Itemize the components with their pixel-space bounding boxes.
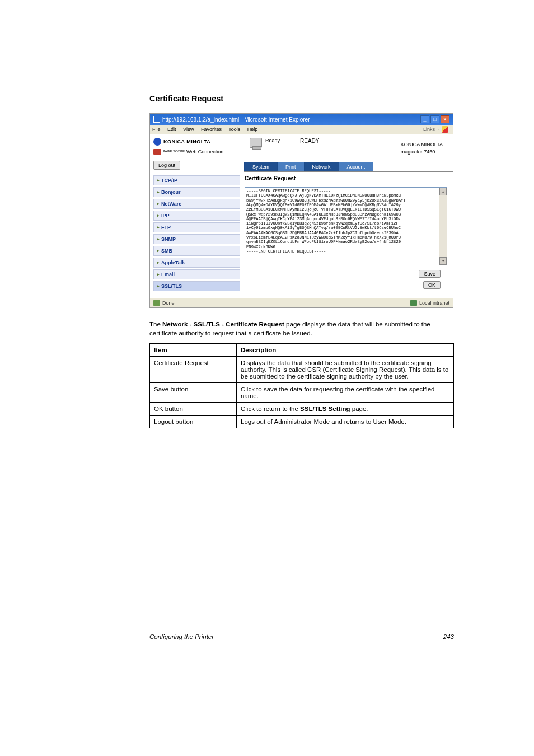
scroll-up-icon[interactable]: ▴	[439, 188, 447, 195]
chevron-right-icon: ▸	[157, 272, 160, 277]
chevron-right-icon: ▸	[157, 237, 160, 241]
certificate-request-textarea[interactable]: -----BEGIN CERTIFICATE REQUEST----- MIIC…	[245, 187, 447, 265]
chevron-right-icon: ▸	[157, 190, 160, 194]
scroll-down-icon[interactable]: ▾	[439, 257, 447, 265]
menu-view[interactable]: View	[183, 127, 194, 132]
sidebar-item-bonjour[interactable]: ▸Bonjour	[153, 187, 240, 197]
chevron-right-icon: ▸	[157, 284, 160, 288]
printer-icon	[250, 138, 262, 148]
tab-print[interactable]: Print	[277, 162, 305, 171]
intranet-icon	[410, 300, 417, 306]
status-zone: Local intranet	[419, 300, 449, 306]
pagescope-prefix: PAGE SCOPE	[163, 150, 185, 153]
table-row: Certificate Request Displays the data th…	[150, 357, 454, 383]
menu-file[interactable]: File	[152, 127, 161, 132]
done-icon	[153, 300, 160, 306]
chevron-right-icon: ▸	[157, 202, 160, 206]
chevron-right-icon: ▸	[157, 213, 160, 218]
web-connection-label: Web Connection	[186, 149, 223, 155]
tab-network[interactable]: Network	[304, 162, 339, 171]
table-row: Save button Click to save the data for r…	[150, 383, 454, 403]
page-title: Certificate Request	[149, 94, 454, 103]
km-logo-icon	[153, 138, 161, 146]
table-row: Logout button Logs out of Administrator …	[150, 416, 454, 428]
description-table: Item Description Certificate Request Dis…	[149, 343, 454, 428]
close-icon[interactable]: ×	[441, 115, 449, 123]
chevron-right-icon: ▸	[157, 249, 160, 253]
chevron-right-icon: ▸	[157, 260, 160, 265]
sidebar-item-ftp[interactable]: ▸FTP	[153, 222, 240, 232]
minimize-icon[interactable]: _	[420, 115, 429, 123]
menu-favorites[interactable]: Favorites	[201, 127, 222, 132]
window-title: http://192.168.1.2/a_index.html - Micros…	[162, 116, 310, 123]
sidebar-item-smb[interactable]: ▸SMB	[153, 246, 240, 256]
header-model: magicolor 7450	[401, 148, 443, 156]
ie-menu-bar: File Edit View Favorites Tools Help Link…	[150, 125, 453, 134]
sidebar-item-snmp[interactable]: ▸SNMP	[153, 234, 240, 244]
menu-edit[interactable]: Edit	[167, 127, 176, 132]
ie-status-bar: Done Local intranet	[150, 298, 453, 307]
printer-state-large: READY	[300, 138, 319, 144]
sidebar-item-ipp[interactable]: ▸IPP	[153, 211, 240, 221]
logout-button[interactable]: Log out	[153, 161, 180, 170]
sidebar: ▸TCP/IP ▸Bonjour ▸NetWare ▸IPP ▸FTP ▸SNM…	[150, 172, 243, 298]
tab-account[interactable]: Account	[339, 162, 374, 171]
pagescope-icon	[153, 149, 161, 155]
table-head-item: Item	[150, 344, 237, 357]
sidebar-item-netware[interactable]: ▸NetWare	[153, 199, 240, 209]
ie-icon	[153, 116, 160, 123]
table-row: OK button Click to return to the SSL/TLS…	[150, 403, 454, 416]
page-footer: Configuring the Printer 243	[149, 631, 454, 640]
window-titlebar: http://192.168.1.2/a_index.html - Micros…	[150, 114, 453, 125]
footer-section: Configuring the Printer	[149, 633, 214, 640]
sidebar-item-email[interactable]: ▸Email	[153, 269, 240, 279]
footer-page-number: 243	[443, 633, 454, 640]
certificate-request-screenshot: http://192.168.1.2/a_index.html - Micros…	[149, 113, 453, 308]
chevron-right-icon: ▸	[157, 225, 160, 230]
table-head-description: Description	[237, 344, 454, 357]
status-done: Done	[162, 300, 175, 306]
save-button[interactable]: Save	[419, 270, 441, 278]
sidebar-item-ssltls[interactable]: ▸SSL/TLS	[153, 281, 240, 291]
scrollbar[interactable]: ▴▾	[439, 188, 447, 265]
sidebar-item-tcpip[interactable]: ▸TCP/IP	[153, 175, 240, 185]
security-shield-icon[interactable]	[442, 126, 448, 133]
chevron-right-icon: ▸	[157, 178, 160, 183]
menu-tools[interactable]: Tools	[228, 127, 240, 132]
menu-help[interactable]: Help	[247, 127, 258, 132]
brand-label: KONICA MINOLTA	[163, 139, 210, 144]
tab-system[interactable]: System	[244, 162, 278, 171]
body-paragraph: The Network - SSL/TLS - Certificate Requ…	[149, 320, 454, 338]
links-label[interactable]: Links	[423, 127, 435, 132]
ok-button[interactable]: OK	[423, 281, 441, 289]
maximize-icon[interactable]: □	[430, 115, 439, 123]
printer-state: Ready	[265, 138, 280, 143]
section-title: Certificate Request	[245, 175, 447, 181]
sidebar-item-appletalk[interactable]: ▸AppleTalk	[153, 258, 240, 268]
header-brand: KONICA MINOLTA	[401, 141, 443, 148]
